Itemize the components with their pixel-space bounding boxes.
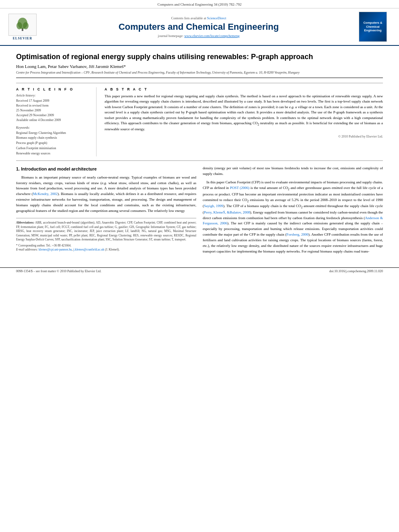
journal-title: Computers and Chemical Engineering bbox=[43, 22, 355, 32]
svg-point-3 bbox=[23, 22, 29, 29]
journal-header: ELSEVIER Contents lists available at Sci… bbox=[0, 8, 399, 46]
abstract-label: A B S T R A C T bbox=[105, 87, 383, 91]
ref-mckendry[interactable]: McKendry, 2002 bbox=[33, 192, 58, 196]
email-link-2[interactable]: j.klemes@cranfield.ac.uk bbox=[73, 248, 104, 251]
issn-line: 0098-1354/$ – see front matter © 2010 Pu… bbox=[16, 269, 101, 273]
elsevier-logo: ELSEVIER bbox=[6, 14, 39, 40]
bottom-bar: 0098-1354/$ – see front matter © 2010 Pu… bbox=[0, 267, 399, 275]
article-affiliation: Centre for Process Integration and Inten… bbox=[16, 70, 383, 75]
keyword-1: Regional Energy Clustering Algorithm bbox=[16, 131, 92, 136]
ref-forsberg2000[interactable]: Forsberg, 2000 bbox=[286, 232, 309, 236]
keyword-4: Carbon Footprint minimisation bbox=[16, 146, 92, 151]
cover-title: Computers & Chemical Engineering bbox=[361, 21, 385, 33]
svg-point-2 bbox=[16, 22, 22, 29]
article-authors: Hon Loong Lam, Petar Sabev Varbanov, Jiř… bbox=[16, 64, 383, 69]
copyright-line: © 2010 Published by Elsevier Ltd. bbox=[105, 135, 383, 138]
footnote-corresponding: * Corresponding author. Tel.: +36 88 421… bbox=[16, 244, 196, 248]
email-link-1[interactable]: klemes@cpi.uni-pannon.hu bbox=[39, 248, 72, 251]
footnote-section: Abbreviations: ABB, accelerated branch-a… bbox=[16, 218, 196, 252]
keywords-label: Keywords: bbox=[16, 126, 92, 129]
elsevier-logo-box bbox=[8, 14, 37, 36]
keyword-3: Process graph (P-graph) bbox=[16, 141, 92, 146]
elsevier-tree-icon bbox=[14, 18, 31, 32]
history-item-4: Accepted 29 November 2009 bbox=[16, 113, 92, 118]
top-bar: Computers and Chemical Engineering 34 (2… bbox=[0, 0, 399, 8]
journal-cover: Computers & Chemical Engineering bbox=[359, 12, 387, 42]
history-item-5: Available online 4 December 2009 bbox=[16, 118, 92, 123]
body-col-left: 1. Introduction and model architecture B… bbox=[16, 166, 196, 258]
journal-header-center: Contents lists available at ScienceDirec… bbox=[43, 16, 355, 38]
article-info-label: A R T I C L E I N F O bbox=[16, 87, 92, 91]
elsevier-logo-container: ELSEVIER bbox=[6, 14, 39, 40]
history-label: Article history: bbox=[16, 94, 92, 97]
history-item-3: 25 November 2009 bbox=[16, 108, 92, 113]
body-col-right: density (energy per unit volume) of most… bbox=[203, 166, 383, 258]
journal-homepage: journal homepage: www.elsevier.com/locat… bbox=[43, 34, 355, 38]
article-title-section: Optimisation of regional energy supply c… bbox=[16, 52, 383, 78]
history-item-2: Received in revised form bbox=[16, 103, 92, 108]
footnote-abbrev: Abbreviations: ABB, accelerated branch-a… bbox=[16, 221, 196, 242]
ref-post2006[interactable]: POST (2006) bbox=[230, 186, 249, 190]
abstract-col: A B S T R A C T This paper presents a ne… bbox=[105, 87, 383, 156]
contents-line: Contents lists available at ScienceDirec… bbox=[43, 16, 355, 20]
journal-url[interactable]: www.elsevier.com/locate/compchemeng bbox=[184, 34, 239, 38]
journal-citation: Computers and Chemical Engineering 34 (2… bbox=[158, 2, 242, 6]
footnote-email: E-mail addresses: klemes@cpi.uni-pannon.… bbox=[16, 248, 196, 252]
article-info-abstract-section: A R T I C L E I N F O Article history: R… bbox=[16, 83, 383, 161]
keyword-5: Renewable energy sources bbox=[16, 151, 92, 156]
page-wrapper: Computers and Chemical Engineering 34 (2… bbox=[0, 0, 399, 532]
article-info-col: A R T I C L E I N F O Article history: R… bbox=[16, 87, 97, 156]
section1-heading: 1. Introduction and model architecture bbox=[16, 166, 196, 173]
ref-sayigh1999[interactable]: Sayigh, 1999 bbox=[204, 204, 223, 208]
history-item-1: Received 17 August 2009 bbox=[16, 99, 92, 103]
main-content: Optimisation of regional energy supply c… bbox=[0, 46, 399, 264]
elsevier-text: ELSEVIER bbox=[13, 37, 32, 40]
body-para-density: density (energy per unit volume) of most… bbox=[203, 166, 383, 177]
article-main-title: Optimisation of regional energy supply c… bbox=[16, 52, 383, 62]
sciencedirect-link[interactable]: ScienceDirect bbox=[207, 16, 226, 20]
journal-header-right: Computers & Chemical Engineering bbox=[359, 12, 391, 42]
keyword-2: Biomass supply chain synthesis bbox=[16, 136, 92, 141]
ref-anderson2006[interactable]: Anderson & Fergusson, 2006 bbox=[203, 216, 383, 226]
ref-perry2008[interactable]: Perry, KlemeŠ, &Bulatov, 2008 bbox=[204, 210, 250, 214]
abstract-text: This paper presents a new method for reg… bbox=[105, 94, 383, 132]
body-para-1: Biomass is an important primary source o… bbox=[16, 175, 196, 214]
body-para-cfp: In this paper Carbon Footprint (CFP) is … bbox=[203, 180, 383, 255]
body-two-col: 1. Introduction and model architecture B… bbox=[16, 166, 383, 258]
doi-line: doi:10.1016/j.compchemeng.2009.11.020 bbox=[329, 269, 383, 273]
